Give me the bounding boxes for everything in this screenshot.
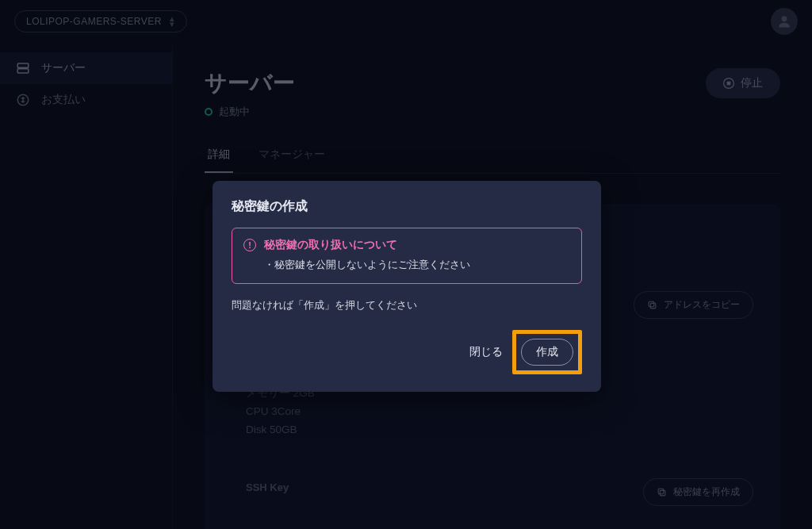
alert-box: ! 秘密鍵の取り扱いについて ・秘密鍵を公開しないようにご注意ください <box>232 228 582 284</box>
create-button-highlight: 作成 <box>512 330 582 374</box>
create-button[interactable]: 作成 <box>521 339 573 366</box>
modal-title: 秘密鍵の作成 <box>232 198 582 215</box>
modal-note: 問題なければ「作成」を押してください <box>232 298 582 312</box>
alert-body: ・秘密鍵を公開しないようにご注意ください <box>264 259 570 272</box>
close-button[interactable]: 閉じる <box>465 339 508 366</box>
create-key-modal: 秘密鍵の作成 ! 秘密鍵の取り扱いについて ・秘密鍵を公開しないようにご注意くだ… <box>213 181 601 392</box>
alert-title: 秘密鍵の取り扱いについて <box>264 238 397 252</box>
warning-icon: ! <box>243 239 256 251</box>
